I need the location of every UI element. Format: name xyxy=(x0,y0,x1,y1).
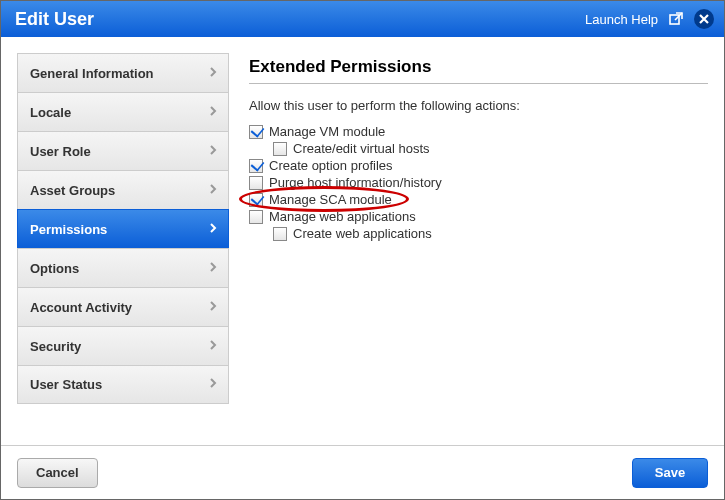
chevron-right-icon xyxy=(208,377,218,392)
save-button[interactable]: Save xyxy=(632,458,708,488)
sidebar-item-account-activity[interactable]: Account Activity xyxy=(17,287,229,326)
header-actions: Launch Help xyxy=(585,9,714,29)
permission-row: Create/edit virtual hosts xyxy=(273,140,708,157)
dialog-footer: Cancel Save xyxy=(1,445,724,499)
permission-label: Create/edit virtual hosts xyxy=(293,141,430,156)
sidebar-item-options[interactable]: Options xyxy=(17,248,229,287)
content-heading: Extended Permissions xyxy=(249,57,708,84)
sidebar-item-label: Permissions xyxy=(30,222,107,237)
sidebar-item-asset-groups[interactable]: Asset Groups xyxy=(17,170,229,209)
dialog-title: Edit User xyxy=(15,9,585,30)
permission-label: Create web applications xyxy=(293,226,432,241)
sidebar-item-locale[interactable]: Locale xyxy=(17,92,229,131)
permission-row: Manage web applications xyxy=(249,208,708,225)
sidebar-item-label: Locale xyxy=(30,105,71,120)
sidebar-item-user-status[interactable]: User Status xyxy=(17,365,229,404)
checkbox[interactable] xyxy=(249,193,263,207)
dialog-body: General InformationLocaleUser RoleAsset … xyxy=(1,37,724,445)
chevron-right-icon xyxy=(208,261,218,276)
chevron-right-icon xyxy=(208,66,218,81)
content-intro: Allow this user to perform the following… xyxy=(249,98,708,113)
content-panel: Extended Permissions Allow this user to … xyxy=(249,53,708,445)
sidebar-item-label: Asset Groups xyxy=(30,183,115,198)
sidebar-item-label: Account Activity xyxy=(30,300,132,315)
close-icon[interactable] xyxy=(694,9,714,29)
cancel-button[interactable]: Cancel xyxy=(17,458,98,488)
checkbox[interactable] xyxy=(249,125,263,139)
checkbox[interactable] xyxy=(273,227,287,241)
sidebar-item-label: User Status xyxy=(30,377,102,392)
launch-help-link[interactable]: Launch Help xyxy=(585,12,658,27)
sidebar-item-label: Options xyxy=(30,261,79,276)
permission-label: Purge host information/history xyxy=(269,175,442,190)
sidebar-item-permissions[interactable]: Permissions xyxy=(17,209,229,248)
chevron-right-icon xyxy=(208,300,218,315)
permission-row: Manage VM module xyxy=(249,123,708,140)
checkbox[interactable] xyxy=(273,142,287,156)
checkbox[interactable] xyxy=(249,176,263,190)
permission-row: Create web applications xyxy=(273,225,708,242)
sidebar-item-security[interactable]: Security xyxy=(17,326,229,365)
sidebar-item-user-role[interactable]: User Role xyxy=(17,131,229,170)
checkbox[interactable] xyxy=(249,159,263,173)
permission-label: Manage SCA module xyxy=(269,192,392,207)
sidebar-item-label: User Role xyxy=(30,144,91,159)
chevron-right-icon xyxy=(208,144,218,159)
chevron-right-icon xyxy=(208,105,218,120)
sidebar-item-label: General Information xyxy=(30,66,154,81)
sidebar-item-label: Security xyxy=(30,339,81,354)
permission-label: Manage VM module xyxy=(269,124,385,139)
dialog-header: Edit User Launch Help xyxy=(1,1,724,37)
chevron-right-icon xyxy=(208,183,218,198)
popout-icon[interactable] xyxy=(666,9,686,29)
permissions-list: Manage VM moduleCreate/edit virtual host… xyxy=(249,123,708,242)
permission-row: Create option profiles xyxy=(249,157,708,174)
chevron-right-icon xyxy=(208,222,218,237)
permission-row: Manage SCA module xyxy=(249,191,708,208)
sidebar-item-general-information[interactable]: General Information xyxy=(17,53,229,92)
chevron-right-icon xyxy=(208,339,218,354)
edit-user-dialog: Edit User Launch Help General Informatio… xyxy=(0,0,725,500)
checkbox[interactable] xyxy=(249,210,263,224)
permission-label: Manage web applications xyxy=(269,209,416,224)
sidebar: General InformationLocaleUser RoleAsset … xyxy=(17,53,229,445)
permission-row: Purge host information/history xyxy=(249,174,708,191)
permission-label: Create option profiles xyxy=(269,158,393,173)
